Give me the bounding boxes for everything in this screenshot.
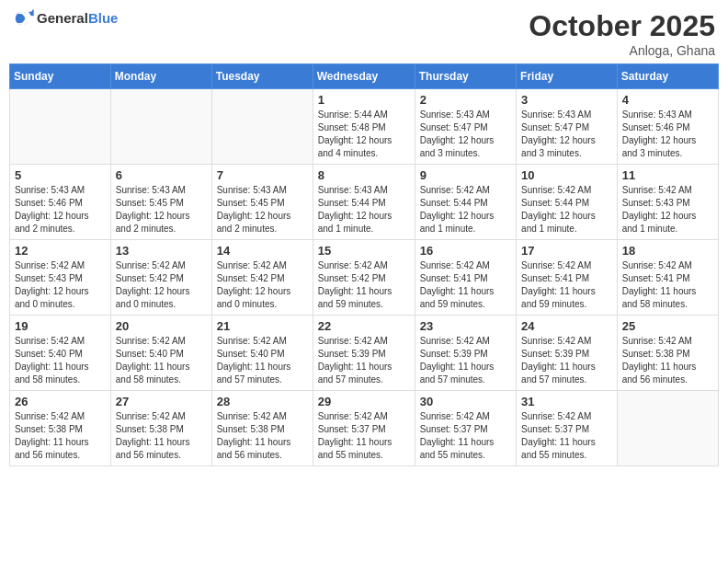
day-number: 6 [116,168,207,182]
day-number: 11 [622,168,713,182]
weekday-header-saturday: Saturday [617,64,718,89]
week-row-4: 19Sunrise: 5:42 AM Sunset: 5:40 PM Dayli… [10,316,719,391]
day-number: 13 [116,244,207,258]
logo: GeneralBlue [13,9,118,28]
day-cell-13: 13Sunrise: 5:42 AM Sunset: 5:42 PM Dayli… [110,240,211,316]
day-cell-27: 27Sunrise: 5:42 AM Sunset: 5:38 PM Dayli… [110,391,211,466]
day-number: 5 [15,168,106,182]
logo-icon [13,9,35,28]
weekday-header-monday: Monday [110,64,211,89]
day-cell-24: 24Sunrise: 5:42 AM Sunset: 5:39 PM Dayli… [517,316,618,391]
day-cell-14: 14Sunrise: 5:42 AM Sunset: 5:42 PM Dayli… [211,240,313,316]
day-number: 24 [521,319,612,333]
day-cell-4: 4Sunrise: 5:43 AM Sunset: 5:46 PM Daylig… [617,89,718,165]
day-number: 8 [318,168,410,182]
day-cell-6: 6Sunrise: 5:43 AM Sunset: 5:45 PM Daylig… [110,165,211,240]
day-cell-15: 15Sunrise: 5:42 AM Sunset: 5:42 PM Dayli… [313,240,415,316]
day-number: 29 [318,395,410,408]
day-info: Sunrise: 5:43 AM Sunset: 5:47 PM Dayligh… [521,109,612,160]
day-info: Sunrise: 5:42 AM Sunset: 5:42 PM Dayligh… [116,259,207,311]
day-number: 25 [622,319,713,333]
empty-cell [617,391,718,466]
day-info: Sunrise: 5:42 AM Sunset: 5:39 PM Dayligh… [318,335,410,386]
empty-cell [110,89,211,165]
day-cell-8: 8Sunrise: 5:43 AM Sunset: 5:44 PM Daylig… [313,165,415,240]
day-info: Sunrise: 5:42 AM Sunset: 5:42 PM Dayligh… [318,259,410,311]
day-info: Sunrise: 5:43 AM Sunset: 5:46 PM Dayligh… [15,184,106,236]
day-info: Sunrise: 5:42 AM Sunset: 5:41 PM Dayligh… [521,259,612,311]
day-info: Sunrise: 5:42 AM Sunset: 5:44 PM Dayligh… [521,184,612,236]
day-info: Sunrise: 5:43 AM Sunset: 5:44 PM Dayligh… [318,184,410,236]
day-cell-5: 5Sunrise: 5:43 AM Sunset: 5:46 PM Daylig… [10,165,111,240]
week-row-1: 1Sunrise: 5:44 AM Sunset: 5:48 PM Daylig… [10,89,719,165]
day-number: 30 [420,395,511,408]
day-info: Sunrise: 5:42 AM Sunset: 5:37 PM Dayligh… [318,410,410,462]
day-info: Sunrise: 5:42 AM Sunset: 5:43 PM Dayligh… [622,184,713,236]
day-cell-28: 28Sunrise: 5:42 AM Sunset: 5:38 PM Dayli… [211,391,313,466]
day-number: 19 [15,319,106,333]
day-number: 28 [217,395,308,408]
day-cell-9: 9Sunrise: 5:42 AM Sunset: 5:44 PM Daylig… [415,165,516,240]
day-cell-3: 3Sunrise: 5:43 AM Sunset: 5:47 PM Daylig… [517,89,618,165]
day-number: 14 [217,244,308,258]
day-cell-21: 21Sunrise: 5:42 AM Sunset: 5:40 PM Dayli… [211,316,313,391]
day-number: 18 [622,244,713,258]
day-cell-29: 29Sunrise: 5:42 AM Sunset: 5:37 PM Dayli… [313,391,415,466]
day-info: Sunrise: 5:42 AM Sunset: 5:43 PM Dayligh… [15,259,106,311]
day-number: 23 [420,319,511,333]
day-number: 22 [318,319,410,333]
day-info: Sunrise: 5:42 AM Sunset: 5:37 PM Dayligh… [420,410,511,462]
day-number: 31 [521,395,612,408]
day-number: 9 [420,168,511,182]
day-number: 26 [15,395,106,408]
day-info: Sunrise: 5:42 AM Sunset: 5:37 PM Dayligh… [521,410,612,462]
day-number: 7 [217,168,308,182]
weekday-header-tuesday: Tuesday [211,64,313,89]
day-cell-20: 20Sunrise: 5:42 AM Sunset: 5:40 PM Dayli… [110,316,211,391]
empty-cell [10,89,111,165]
day-info: Sunrise: 5:42 AM Sunset: 5:40 PM Dayligh… [116,335,207,386]
weekday-header-sunday: Sunday [10,64,111,89]
weekday-header-friday: Friday [517,64,618,89]
day-cell-2: 2Sunrise: 5:43 AM Sunset: 5:47 PM Daylig… [415,89,516,165]
day-cell-1: 1Sunrise: 5:44 AM Sunset: 5:48 PM Daylig… [313,89,415,165]
day-info: Sunrise: 5:42 AM Sunset: 5:39 PM Dayligh… [420,335,511,386]
day-info: Sunrise: 5:42 AM Sunset: 5:40 PM Dayligh… [15,335,106,386]
day-number: 17 [521,244,612,258]
week-row-3: 12Sunrise: 5:42 AM Sunset: 5:43 PM Dayli… [10,240,719,316]
day-info: Sunrise: 5:43 AM Sunset: 5:46 PM Dayligh… [622,109,713,160]
day-number: 20 [116,319,207,333]
day-cell-17: 17Sunrise: 5:42 AM Sunset: 5:41 PM Dayli… [517,240,618,316]
day-info: Sunrise: 5:42 AM Sunset: 5:38 PM Dayligh… [15,410,106,462]
day-info: Sunrise: 5:42 AM Sunset: 5:39 PM Dayligh… [521,335,612,386]
day-cell-26: 26Sunrise: 5:42 AM Sunset: 5:38 PM Dayli… [10,391,111,466]
day-info: Sunrise: 5:42 AM Sunset: 5:41 PM Dayligh… [420,259,511,311]
logo-text: GeneralBlue [37,10,118,27]
day-number: 15 [318,244,410,258]
day-info: Sunrise: 5:42 AM Sunset: 5:38 PM Dayligh… [116,410,207,462]
day-number: 16 [420,244,511,258]
day-number: 3 [521,93,612,107]
week-row-2: 5Sunrise: 5:43 AM Sunset: 5:46 PM Daylig… [10,165,719,240]
month-title: October 2025 [529,9,715,43]
page-header: GeneralBlue October 2025 Anloga, Ghana [9,9,719,58]
day-cell-31: 31Sunrise: 5:42 AM Sunset: 5:37 PM Dayli… [517,391,618,466]
day-cell-23: 23Sunrise: 5:42 AM Sunset: 5:39 PM Dayli… [415,316,516,391]
day-cell-16: 16Sunrise: 5:42 AM Sunset: 5:41 PM Dayli… [415,240,516,316]
day-cell-30: 30Sunrise: 5:42 AM Sunset: 5:37 PM Dayli… [415,391,516,466]
day-number: 27 [116,395,207,408]
day-cell-22: 22Sunrise: 5:42 AM Sunset: 5:39 PM Dayli… [313,316,415,391]
day-cell-11: 11Sunrise: 5:42 AM Sunset: 5:43 PM Dayli… [617,165,718,240]
day-number: 4 [622,93,713,107]
day-info: Sunrise: 5:43 AM Sunset: 5:47 PM Dayligh… [420,109,511,160]
day-info: Sunrise: 5:42 AM Sunset: 5:44 PM Dayligh… [420,184,511,236]
day-cell-18: 18Sunrise: 5:42 AM Sunset: 5:41 PM Dayli… [617,240,718,316]
title-area: October 2025 Anloga, Ghana [529,9,715,58]
day-cell-19: 19Sunrise: 5:42 AM Sunset: 5:40 PM Dayli… [10,316,111,391]
empty-cell [211,89,313,165]
day-number: 1 [318,93,410,107]
day-info: Sunrise: 5:43 AM Sunset: 5:45 PM Dayligh… [116,184,207,236]
week-row-5: 26Sunrise: 5:42 AM Sunset: 5:38 PM Dayli… [10,391,719,466]
day-info: Sunrise: 5:42 AM Sunset: 5:40 PM Dayligh… [217,335,308,386]
day-info: Sunrise: 5:42 AM Sunset: 5:42 PM Dayligh… [217,259,308,311]
